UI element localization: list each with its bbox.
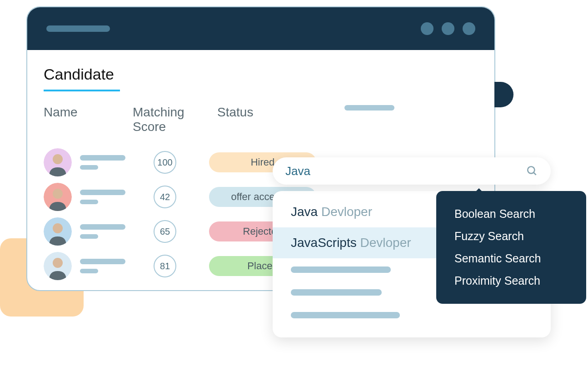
- window-control-close[interactable]: [463, 22, 475, 35]
- column-header-extra: [335, 105, 472, 145]
- matching-score: 81: [154, 255, 176, 277]
- window-control-min[interactable]: [421, 22, 434, 35]
- name-placeholder: [80, 224, 125, 239]
- decorative-side-curve: [494, 82, 513, 107]
- suggestion-placeholder: [273, 304, 551, 327]
- window-controls: [421, 22, 475, 35]
- matching-score: 65: [154, 220, 176, 243]
- column-header-score: Matching Score: [133, 105, 217, 134]
- search-type-option[interactable]: Proximity Search: [454, 270, 568, 292]
- svg-line-9: [533, 172, 536, 175]
- search-bar[interactable]: [273, 157, 551, 185]
- titlebar: [27, 7, 494, 50]
- svg-point-3: [53, 189, 63, 199]
- page-title: Candidate: [44, 65, 478, 88]
- name-placeholder: [80, 190, 125, 204]
- search-type-option[interactable]: Boolean Search: [454, 203, 568, 225]
- matching-score: 100: [154, 151, 176, 174]
- matching-score: 42: [154, 186, 176, 208]
- search-types-tooltip: Boolean SearchFuzzy SearchSemantic Searc…: [436, 191, 586, 304]
- header-placeholder: [344, 105, 394, 111]
- avatar: [44, 148, 72, 176]
- search-icon[interactable]: [526, 165, 538, 177]
- search-type-option[interactable]: Fuzzy Search: [454, 225, 568, 247]
- svg-point-1: [53, 154, 63, 164]
- window-control-max[interactable]: [442, 22, 454, 35]
- column-header-name: Name: [44, 105, 133, 134]
- search-input[interactable]: [285, 164, 526, 178]
- title-placeholder: [46, 25, 110, 32]
- column-header-status: Status: [217, 105, 335, 134]
- svg-point-8: [528, 166, 534, 173]
- avatar: [44, 252, 72, 280]
- svg-point-5: [53, 223, 63, 233]
- table-header-row: Name Matching Score Status: [44, 105, 478, 145]
- name-placeholder: [80, 155, 125, 170]
- avatar: [44, 217, 72, 246]
- name-placeholder: [80, 259, 125, 273]
- avatar: [44, 183, 72, 211]
- search-type-option[interactable]: Semantic Search: [454, 247, 568, 270]
- svg-point-7: [53, 258, 63, 268]
- title-underline: [44, 90, 120, 91]
